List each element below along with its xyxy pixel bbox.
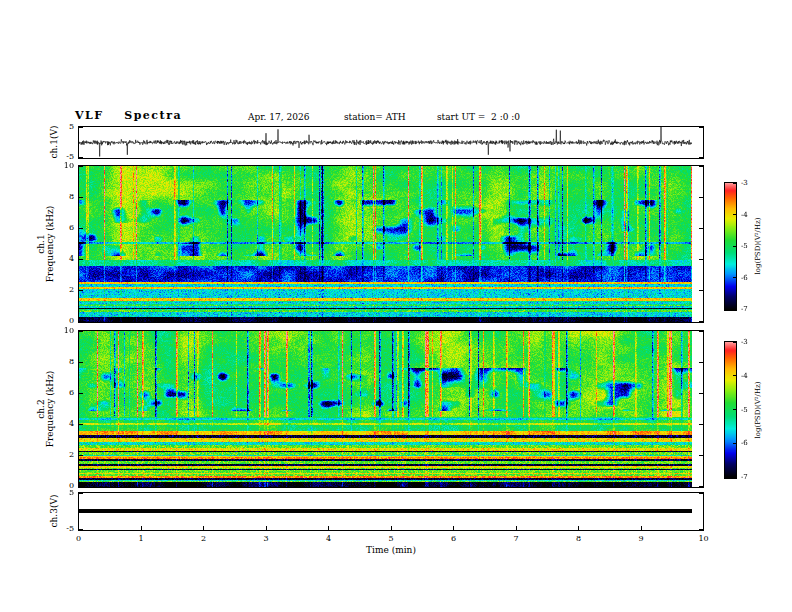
x-tick-mark [578,526,579,530]
x-tick-label: 8 [569,534,589,544]
y-tick-mark [79,455,83,456]
x-tick-label: 1 [131,534,151,544]
start-ut-label: start UT = 2 :0 :0 [437,112,520,122]
y-tick-mark [699,321,703,322]
x-tick-mark [641,526,642,530]
x-tick-label: 2 [194,534,214,544]
y-tick-mark [699,166,703,167]
ch3-flat-trace [79,509,692,513]
x-tick-label: 5 [381,534,401,544]
y-tick-mark [699,455,703,456]
y-tick-label: 2 [46,285,74,295]
y-tick-label: 10 [46,161,74,171]
y-tick-mark [79,486,83,487]
vlf-spectra-figure: VLF Spectra Apr. 17, 2026 station= ATH s… [0,0,792,612]
colorbar-tick-mark [733,477,736,478]
y-tick-mark [699,259,703,260]
x-tick-mark [203,526,204,530]
y-tick-label: 6 [46,388,74,398]
y-tick-mark [79,493,83,494]
colorbar-tick-mark [733,443,736,444]
colorbar-tick-label: -5 [741,242,748,250]
colorbar-tick-mark [733,309,736,310]
y-tick-mark [79,321,83,322]
x-tick-mark [141,526,142,530]
y-tick-mark [79,331,83,332]
y-tick-label: 5 [46,122,74,132]
y-tick-mark [699,424,703,425]
figure-title: VLF Spectra [75,109,182,122]
colorbar-tick-label: -7 [741,473,748,481]
y-tick-mark [79,290,83,291]
colorbar-2-label: log(PSD)(V²/Hz) [754,382,763,439]
y-tick-label: 4 [46,254,74,264]
y-tick-mark [79,393,83,394]
colorbar-tick-label: -4 [741,372,748,380]
colorbar-2-gradient [725,342,736,478]
x-tick-mark [516,526,517,530]
y-tick-mark [79,166,83,167]
y-tick-mark [699,157,703,158]
colorbar-tick-label: -3 [741,179,748,187]
y-tick-mark [79,157,83,158]
y-tick-mark [79,362,83,363]
y-tick-label: 8 [46,192,74,202]
y-tick-label: 2 [46,450,74,460]
colorbar-tick-label: -4 [741,211,748,219]
date-label: Apr. 17, 2026 [248,112,309,122]
colorbar-tick-mark [733,214,736,215]
x-tick-label: 9 [631,534,651,544]
y-tick-label: 10 [46,326,74,336]
y-tick-label: 0 [46,316,74,326]
y-tick-mark [699,393,703,394]
y-tick-label: -5 [46,524,74,534]
colorbar-1-label: log(PSD)(V²/Hz) [754,218,763,275]
x-tick-mark [328,526,329,530]
x-tick-mark [266,526,267,530]
y-tick-mark [699,486,703,487]
y-tick-mark [699,493,703,494]
colorbar-tick-mark [733,342,736,343]
station-label: station= ATH [344,112,406,122]
y-tick-mark [79,228,83,229]
y-tick-label: 6 [46,223,74,233]
x-tick-mark [703,526,704,530]
x-tick-label: 4 [319,534,339,544]
ch3-waveform-ylabel: ch.3(V) [50,495,59,528]
x-tick-mark [453,526,454,530]
colorbar-tick-mark [733,277,736,278]
x-tick-label: 0 [69,534,89,544]
ch2-spectrogram-ylabel: ch.2Frequency (kHz) [37,371,55,448]
y-tick-mark [79,424,83,425]
ch2-spectrogram-canvas [79,331,692,487]
y-tick-mark [79,197,83,198]
y-tick-mark [699,228,703,229]
x-tick-mark [391,526,392,530]
colorbar-tick-label: -7 [741,305,748,313]
y-tick-mark [79,259,83,260]
ch1-frequency-label: Frequency (kHz) [45,206,55,283]
colorbar-tick-label: -6 [741,274,748,282]
ch1-spectrogram-ylabel: ch.1Frequency (kHz) [37,206,55,283]
x-tick-label: 3 [256,534,276,544]
y-tick-label: 8 [46,357,74,367]
colorbar-tick-mark [733,246,736,247]
y-tick-mark [699,127,703,128]
y-tick-mark [699,331,703,332]
colorbar-tick-label: -3 [741,338,748,346]
y-tick-mark [699,290,703,291]
y-tick-mark [699,197,703,198]
colorbar-tick-label: -6 [741,439,748,447]
y-tick-label: 4 [46,419,74,429]
colorbar-tick-mark [733,183,736,184]
x-tick-label: 7 [506,534,526,544]
x-axis-label: Time (min) [310,545,472,555]
y-tick-mark [79,529,83,530]
x-tick-label: 6 [444,534,464,544]
y-tick-mark [79,127,83,128]
ch2-frequency-label: Frequency (kHz) [45,371,55,448]
y-tick-label: 5 [46,488,74,498]
colorbar-tick-mark [733,375,736,376]
ch1-waveform-canvas [79,127,692,158]
colorbar-tick-label: -5 [741,406,748,414]
